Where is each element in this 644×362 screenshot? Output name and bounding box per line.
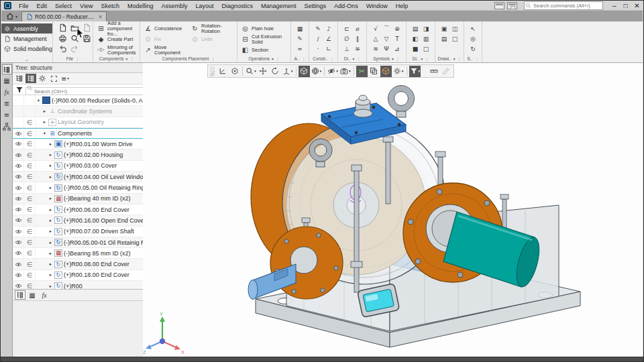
tree-visibility-cell[interactable] (13, 149, 24, 160)
ribbon-command-icon[interactable]: ⌀ (353, 25, 363, 32)
tree-section-cell[interactable]: ∈ (24, 248, 36, 258)
menu-select[interactable]: Select (51, 3, 76, 9)
ribbon-command-icon[interactable]: ✎ (313, 25, 323, 32)
tree-item[interactable]: ▸⊥Coordinate Systems (13, 106, 160, 117)
dialog-launcher-icon[interactable]: ⋮ (330, 56, 334, 62)
tree-visibility-cell[interactable] (13, 182, 24, 192)
strip-list-button[interactable]: ≡ (2, 110, 12, 120)
zoom-button[interactable]: ▾ (245, 66, 257, 77)
ribbon-command-icon[interactable]: ≅ (353, 46, 363, 52)
tree-visibility-cell[interactable] (13, 259, 24, 269)
tree-section-cell[interactable] (24, 95, 36, 105)
view-corner-button[interactable] (217, 66, 228, 77)
ribbon-command-icon[interactable]: ≋ (371, 46, 381, 52)
tree-expander-icon[interactable]: ▸ (48, 272, 54, 278)
strip-hierarchy-button[interactable] (2, 121, 12, 131)
tree-expander-icon[interactable]: ▸ (48, 251, 54, 256)
tree-expander-icon[interactable]: ▾ (36, 98, 42, 103)
dialog-launcher-icon[interactable]: ⋮ (396, 56, 400, 62)
ribbon-command-icon[interactable]: ∅ (342, 36, 352, 42)
menu-sketch[interactable]: Sketch (97, 3, 123, 9)
tree-visibility-cell[interactable] (13, 95, 24, 105)
model-breather-cap[interactable] (354, 95, 372, 117)
view-orientation-button[interactable] (229, 66, 240, 77)
ribbon-command-icon[interactable]: ⊿ (392, 46, 402, 52)
dialog-launcher-icon[interactable]: ⋮ (276, 56, 280, 62)
ribbon-command-icon[interactable]: □ (450, 36, 460, 42)
tree-filter-frame-button[interactable] (48, 74, 59, 83)
ribbon-command-icon[interactable]: ∕ (313, 36, 323, 42)
ribbon-command-icon[interactable]: ▦ (295, 25, 305, 32)
tree-visibility-cell[interactable] (13, 215, 24, 225)
tree-item[interactable]: ∈▸↻(+)R00 (13, 281, 160, 289)
ribbon-tab-solid-modelling[interactable]: Solid modelling (1, 44, 52, 54)
menu-diagnostics[interactable]: Diagnostics (218, 3, 258, 9)
tree-item[interactable]: ∈▸▣(+)R00.01.00 Worm Drive (13, 139, 160, 149)
tree-expander-icon[interactable]: ▸ (48, 152, 54, 158)
tree-expander-icon[interactable]: ▸ (48, 185, 54, 190)
dialog-launcher-icon[interactable]: ⋮ (75, 56, 79, 62)
redo-button[interactable] (70, 44, 79, 56)
ribbon-command-icon[interactable]: ⌒ (382, 24, 392, 33)
ribbon-command-icon[interactable]: ◫ (450, 25, 460, 32)
tree-section-cell[interactable]: ∈ (24, 204, 36, 215)
strip-variables-button[interactable]: fx (2, 87, 12, 97)
tree-mode-list-button[interactable] (14, 74, 25, 83)
ribbon-command-icon[interactable]: ✎ (295, 36, 305, 42)
ribbon-command-icon[interactable]: ◎ (468, 36, 478, 42)
ribbon-command-icon[interactable]: ▽ (382, 36, 392, 42)
home-button[interactable] (5, 11, 15, 21)
command-search-input[interactable] (524, 1, 603, 10)
menu-management[interactable]: Management (257, 3, 301, 9)
view-toolbar-grip[interactable] (210, 66, 215, 76)
tree-item[interactable]: ∈▸↻(+)R00.07.00 Driven Shaft (13, 227, 160, 237)
tree-item[interactable]: ∈▸↻(-)R00.05.00 Oil Retainig Ring d=4 (13, 182, 160, 193)
tree-mode-structure-button[interactable] (25, 74, 36, 83)
ribbon-command-icon[interactable]: ■ (411, 46, 421, 52)
strip-elements-table-button[interactable]: ▦ (2, 76, 12, 86)
tree-visibility-cell[interactable] (13, 117, 24, 127)
tree-expander-icon[interactable]: ▸ (48, 240, 54, 245)
plain-hole-button[interactable]: ◎Plain hole (241, 23, 287, 34)
tree-settings-button[interactable] (37, 74, 48, 83)
tree-visibility-cell[interactable] (13, 172, 24, 182)
dialog-launcher-icon[interactable]: ⋮ (129, 56, 133, 62)
tree-section-cell[interactable]: ∈ (24, 172, 36, 182)
tree-section-cell[interactable]: ∈ (24, 194, 36, 204)
dialog-launcher-icon[interactable]: ⋮ (474, 56, 478, 62)
tree-section-cell[interactable]: ∈ (24, 129, 36, 138)
tab-close-icon[interactable]: × (99, 13, 102, 20)
cut-extrusion-button[interactable]: ⊟Cut Extrusion Solid (241, 34, 287, 45)
tree-visibility-cell[interactable] (13, 270, 24, 280)
dropdown-arrow-icon[interactable]: ▾ (421, 56, 423, 62)
home-dropdown-icon[interactable]: ▾ (15, 14, 17, 19)
tree-expander-icon[interactable]: ▸ (48, 207, 54, 213)
tree-item[interactable]: ▾(-)R00.00.00 Reducer (Solids-0, Assem (13, 95, 160, 106)
ribbon-command-icon[interactable]: ▣ (439, 25, 449, 32)
menu-layout[interactable]: Layout (191, 3, 217, 9)
ribbon-tab-assembly[interactable]: Assembly (1, 23, 52, 34)
scene-filter-button[interactable]: ▾ (409, 66, 421, 77)
tree-item[interactable]: ∈▸↻(+)R00.04.00 Oil Level Window (x2) (13, 172, 160, 182)
ribbon-command-icon[interactable]: ⊕ (392, 25, 402, 32)
tree-section-cell[interactable]: ∈ (24, 259, 36, 269)
tree-expander-icon[interactable]: ▸ (48, 163, 54, 168)
ribbon-command-icon[interactable]: √ (371, 25, 381, 32)
menu-file[interactable]: File (15, 3, 33, 9)
ribbon-command-icon[interactable]: Ψ (382, 46, 392, 52)
ribbon-command-icon[interactable]: ⊥ (342, 46, 352, 52)
tree-visibility-cell[interactable] (13, 227, 24, 237)
ribbon-collapse-icon[interactable]: ⌄ (1, 56, 52, 62)
ribbon-command-icon[interactable]: ∥ (353, 36, 363, 42)
menu-help[interactable]: Help (392, 3, 413, 9)
mirroring-components-button[interactable]: ◁▷Mirroring of Components (97, 45, 136, 56)
ribbon-command-icon[interactable]: ∠ (324, 36, 334, 42)
sketch-draw-button[interactable] (440, 66, 451, 77)
document-tab[interactable]: R00.00.00 - Reducer.... × (21, 11, 107, 21)
copy-view-button[interactable] (368, 66, 380, 77)
tree-item[interactable]: ∈▸↻(-)R00.05.00-01 Oil Retainig Ring d (13, 237, 160, 248)
close-button[interactable]: ✕ (631, 1, 643, 10)
tree-visibility-cell[interactable] (13, 204, 24, 215)
menu-view[interactable]: View (76, 3, 97, 9)
ribbon-command-icon[interactable]: ◧ (411, 36, 421, 42)
